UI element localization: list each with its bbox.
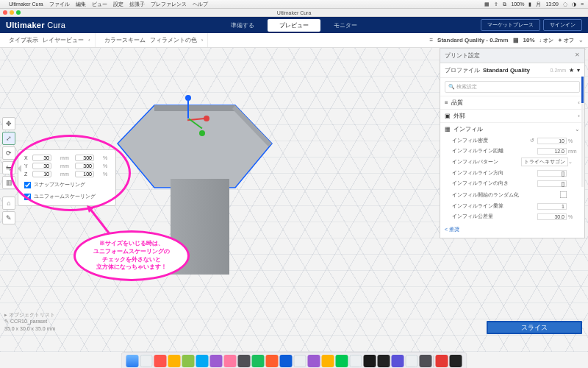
menu-help[interactable]: ヘルプ	[193, 1, 208, 8]
tool-support[interactable]: ⌂	[2, 197, 15, 210]
profile-label: プロファイル	[445, 66, 480, 74]
menu-pref[interactable]: プレファレンス	[151, 1, 187, 8]
dock-maps[interactable]	[196, 355, 209, 367]
annotation-text: ※サイズをいじる時は、 ユニフォームスケーリングの チェックを外さないと 立方体…	[93, 240, 170, 270]
dock-line[interactable]	[336, 355, 348, 367]
cat-infill[interactable]: ▦インフィル⌄	[440, 122, 584, 135]
lines-icon: ≡	[429, 37, 433, 43]
signin-button[interactable]: サインイン	[543, 19, 582, 31]
cura-toolbar: Ultimaker Cura 準備する プレビュー モニター マーケットプレース…	[0, 17, 588, 33]
star-icon[interactable]: ★	[569, 67, 574, 74]
mac-menubar: Ultimaker Cura ファイル 編集 ビュー 設定 拡張子 プレファレン…	[0, 0, 588, 9]
dock-photos[interactable]	[210, 355, 223, 367]
window-title: Ultimaker Cura	[277, 10, 312, 15]
menu-view[interactable]: ビュー	[92, 1, 107, 8]
maximize-icon[interactable]	[16, 10, 21, 15]
chevron-down-icon[interactable]: ⌄	[578, 37, 584, 43]
marketplace-button[interactable]: マーケットプレース	[481, 19, 540, 31]
status-time: 13:09	[545, 1, 559, 7]
dock-drive[interactable]	[406, 355, 418, 367]
support-on[interactable]: ↓ オン	[539, 37, 553, 44]
dock-messages[interactable]	[182, 355, 195, 367]
dock-settings[interactable]	[238, 355, 251, 367]
close-icon[interactable]: ✕	[575, 52, 580, 60]
tool-rotate[interactable]: ⟳	[2, 146, 15, 160]
axis-y-icon[interactable]	[199, 130, 205, 136]
tab-prepare[interactable]: 準備する	[219, 19, 266, 32]
tab-monitor[interactable]: モニター	[322, 19, 369, 32]
recommend-link[interactable]: < 推奨	[445, 226, 580, 233]
chevron-right-icon[interactable]: ›	[201, 37, 204, 43]
status-wifi-icon[interactable]: ⧉	[503, 1, 506, 7]
status-up-icon[interactable]: ⇧	[494, 1, 498, 7]
status-menu-icon[interactable]: ≡	[581, 1, 584, 7]
chevron-left-icon[interactable]: ‹	[88, 37, 90, 43]
dock-music[interactable]	[224, 355, 237, 367]
row-infill-random: インフィル開始のランダム化	[440, 188, 584, 201]
tool-move[interactable]: ✥	[2, 117, 15, 130]
cat-quality[interactable]: ≡品質‹	[440, 96, 584, 109]
quality-icon: ≡	[445, 99, 448, 106]
quality-summary[interactable]: Standard Quality - 0.2mm	[437, 37, 508, 43]
cat-shell[interactable]: ▣外郭‹	[440, 109, 584, 122]
object-info: ▸ オブジェクトリスト ✎ CCR10_paraset 35.0 x 30.0 …	[4, 311, 55, 333]
profile-value[interactable]: Standard Quality	[483, 67, 548, 74]
axis-x-icon[interactable]	[204, 116, 209, 121]
dock-app4[interactable]	[378, 355, 390, 367]
reset-icon[interactable]: ↺	[530, 138, 534, 144]
menu-app[interactable]: Ultimaker Cura	[9, 1, 43, 7]
tool-scale[interactable]: ⤢	[2, 132, 15, 145]
tool-custom[interactable]: ✎	[2, 211, 15, 224]
dock-preview[interactable]	[294, 355, 306, 367]
dock-discord[interactable]	[392, 355, 404, 367]
dock-cura[interactable]	[450, 355, 462, 367]
mac-dock	[121, 352, 467, 368]
menu-settings[interactable]: 設定	[113, 1, 123, 8]
row-infill-line-dist: インフィルライン距離12.0mm	[440, 146, 584, 156]
infill-pattern-select[interactable]: トライヘキサゴン	[521, 158, 568, 166]
dock-safari[interactable]	[140, 355, 153, 367]
status-spotlight-icon[interactable]: ◌	[563, 1, 567, 7]
menu-edit[interactable]: 編集	[76, 1, 86, 8]
dock-ppt[interactable]	[266, 355, 279, 367]
settings-title: プリント設定	[445, 52, 480, 60]
dock-chrome[interactable]	[436, 355, 448, 367]
dock-app5[interactable]	[420, 355, 432, 367]
status-siri-icon[interactable]: ◑	[572, 1, 576, 7]
dock-app1[interactable]	[308, 355, 320, 367]
dock-app2[interactable]	[322, 355, 334, 367]
status-day: 月	[536, 1, 541, 8]
tab-preview[interactable]: プレビュー	[268, 19, 320, 32]
search-input[interactable]: 🔍 検索設定	[445, 81, 580, 93]
minimize-icon[interactable]	[10, 10, 14, 15]
dock-terminal[interactable]	[364, 355, 376, 367]
dock-mail[interactable]	[154, 355, 167, 367]
settings-scrollbar[interactable]	[581, 77, 584, 187]
dock-app3[interactable]	[350, 355, 362, 367]
menu-ext[interactable]: 拡張子	[129, 1, 145, 8]
viewtype-value[interactable]: レイヤービュー	[43, 36, 84, 44]
annotation-ring	[10, 135, 131, 211]
status-battery[interactable]: 100%	[511, 1, 524, 7]
object-name[interactable]: CCR10_paraset	[10, 319, 47, 324]
dock-word[interactable]	[280, 355, 293, 367]
adhesion-off[interactable]: ✦ オフ	[558, 37, 574, 44]
menu-file[interactable]: ファイル	[49, 1, 70, 8]
shell-icon: ▣	[445, 113, 451, 119]
annotation-bubble: ※サイズをいじる時は、 ユニフォームスケーリングの チェックを外さないと 立方体…	[74, 230, 190, 281]
axis-z-icon[interactable]	[185, 95, 191, 101]
close-icon[interactable]	[3, 10, 7, 15]
svg-marker-0	[118, 105, 272, 188]
slice-button[interactable]: スライス	[487, 321, 582, 334]
status-cloud-icon[interactable]: ▦	[484, 1, 490, 7]
dock-calendar[interactable]	[168, 355, 181, 367]
row-infill-mult: インフィルライン乗算1	[440, 201, 584, 211]
infill-icon: ▦	[445, 126, 451, 132]
svg-marker-1	[154, 105, 235, 111]
dock-finder[interactable]	[126, 355, 139, 367]
infill-random-checkbox[interactable]	[560, 191, 567, 199]
colorscheme-value[interactable]: フィラメントの色	[150, 36, 197, 44]
chevron-down-icon[interactable]: ▾	[577, 67, 580, 74]
dock-excel[interactable]	[252, 355, 265, 367]
status-battery-icon: ▮	[528, 1, 531, 7]
